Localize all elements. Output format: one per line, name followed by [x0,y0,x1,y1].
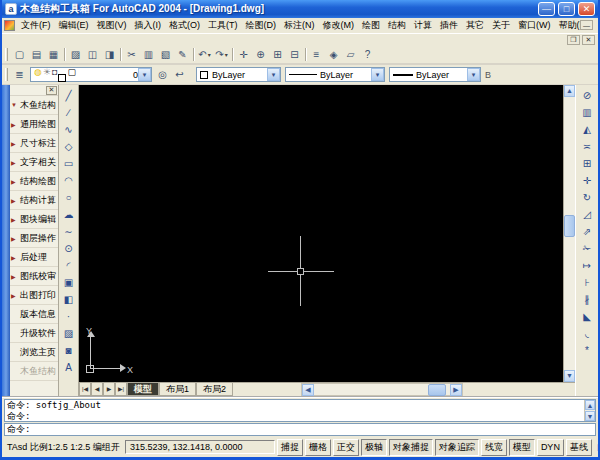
snap-toggle[interactable]: 捕捉 [277,439,303,456]
polygon-button[interactable]: ◇ [60,138,77,155]
make-block-button[interactable]: ◧ [60,291,77,308]
grid-toggle[interactable]: 栅格 [305,439,331,456]
properties-button[interactable]: ≡ ▾ [308,46,325,62]
polar-toggle[interactable]: 极轴 [361,439,387,456]
construction-line-button[interactable]: ∕ [60,104,77,121]
drawing-window-icon[interactable] [4,20,15,31]
otrack-toggle[interactable]: 对象追踪 [435,439,479,456]
sidebar-item-homepage[interactable]: 浏览主页 [10,343,58,362]
chamfer-button[interactable]: ◣ [579,308,596,325]
lineweight-combo-arrow[interactable]: ▾ [467,68,480,81]
break-button[interactable]: ∦ [579,291,596,308]
linetype-control-combobox[interactable]: ByLayer ▾ [285,67,385,82]
close-button[interactable]: ✕ [578,2,595,16]
revision-cloud-button[interactable]: ☁ [60,206,77,223]
menu-modify[interactable]: 修改(M) [319,18,359,33]
menu-tools[interactable]: 工具(T) [204,18,242,33]
move-button[interactable]: ✛ [579,172,596,189]
model-space-canvas[interactable]: Y X [79,85,563,382]
communication-center-icon[interactable]: ◫ [594,441,600,454]
copy-button[interactable]: ▥ ▾ [140,46,157,62]
vertical-scroll-thumb[interactable] [564,215,575,237]
layer-combobox[interactable]: ◍☀◘▣▢ 0 ▾ [30,67,152,82]
ellipse-arc-button[interactable]: ◜ [60,257,77,274]
extend-button[interactable]: ↦ [579,257,596,274]
sidebar-item-layer-ops[interactable]: ▶ 图层操作 [10,229,58,248]
sidebar-item-muyu-jiegou-footer[interactable]: 木鱼结构 [10,362,58,381]
rotate-button[interactable]: ↻ [579,189,596,206]
tab-nav-last[interactable]: ▶| [115,383,127,396]
menu-file[interactable]: 文件(F) [17,18,55,33]
cut-button[interactable]: ✂ ▾ [123,46,140,62]
command-scroll-down-button[interactable]: ▼ [585,411,595,421]
sidebar-item-general-drawing[interactable]: ▶ 通用绘图 [10,115,58,134]
sidebar-item-dimensioning[interactable]: ▶ 尺寸标注 [10,134,58,153]
mdi-minimize-button[interactable]: — [580,20,593,30]
linetype-combo-arrow[interactable]: ▾ [371,68,384,81]
ortho-toggle[interactable]: 正交 [333,439,359,456]
toolbar-grip[interactable] [5,68,8,81]
baseline-toggle[interactable]: 基线 [566,439,592,456]
zoom-window-button[interactable]: ⊞ ▾ [269,46,286,62]
menu-structure[interactable]: 结构 [384,18,410,33]
layer-manager-button[interactable]: ≣ [11,67,28,83]
sidebar-item-post-process[interactable]: ▶ 后处理 [10,248,58,267]
designcenter-button[interactable]: ◈ ▾ [325,46,342,62]
hatch-button[interactable]: ▨ [60,325,77,342]
match-properties-button[interactable]: ✎ ▾ [174,46,191,62]
horizontal-scroll-thumb[interactable] [428,384,446,396]
spline-button[interactable]: ∼ [60,223,77,240]
palette-drag-grip[interactable] [2,85,10,396]
copy-object-button[interactable]: ▥ [579,104,596,121]
application-icon[interactable]: a [5,3,17,15]
toolbar-grip[interactable] [5,48,8,61]
dropdown-arrow-icon[interactable]: ▾ [225,51,228,58]
mdi-close-button[interactable]: ✕ [582,35,595,45]
scale-button[interactable]: ◿ [579,206,596,223]
tab-model[interactable]: 模型 [127,383,159,396]
line-button[interactable]: ╱ [60,87,77,104]
osnap-toggle[interactable]: 对象捕捉 [389,439,433,456]
layer-plot-icon[interactable]: ▣ [58,74,66,82]
arc-button[interactable]: ◠ [60,172,77,189]
array-button[interactable]: ⊞ [579,155,596,172]
sidebar-item-version-info[interactable]: 版本信息 [10,305,58,324]
pan-button[interactable]: ✛ ▾ [235,46,252,62]
vertical-scrollbar[interactable]: ▲ ▼ [563,85,575,382]
command-history[interactable]: 命令: softjg_About命令: ▲ ▼ [4,399,596,422]
scroll-right-button[interactable]: ▶ [450,384,462,396]
menu-draw[interactable]: 绘图(D) [242,18,281,33]
undo-button[interactable]: ↶ ▾ [196,46,213,62]
layer-combo-arrow[interactable]: ▾ [138,68,151,81]
tab-layout2[interactable]: 布局2 [196,383,233,396]
layer-color-swatch[interactable]: ▢ [67,67,76,77]
menu-calc[interactable]: 计算 [410,18,436,33]
redo-button[interactable]: ↷ ▾ [213,46,230,62]
menu-plugin-draw[interactable]: 绘图 [358,18,384,33]
break-at-point-button[interactable]: ⊦ [579,274,596,291]
explode-button[interactable]: * [579,342,596,359]
command-scroll-up-button[interactable]: ▲ [585,400,595,410]
layer-on-bulb-icon[interactable]: ◍ [34,67,42,77]
tool-palettes-button[interactable]: ▱ ▾ [342,46,359,62]
color-combo-arrow[interactable]: ▾ [267,68,280,81]
mirror-button[interactable]: ◭ [579,121,596,138]
sidebar-item-block-edit[interactable]: ▶ 图块编辑 [10,210,58,229]
sidebar-item-upgrade[interactable]: 升级软件 [10,324,58,343]
help-button[interactable]: ? ▾ [359,46,376,62]
plot-button[interactable]: ▨ ▾ [67,46,84,62]
sidebar-item-drawing-review[interactable]: ▶ 图纸校审 [10,267,58,286]
save-button[interactable]: ▦ ▾ [45,46,62,62]
menu-format[interactable]: 格式(O) [165,18,204,33]
insert-block-button[interactable]: ▣ [60,274,77,291]
lineweight-control-combobox[interactable]: ByLayer ▾ [389,67,481,82]
open-button[interactable]: ▤ ▾ [28,46,45,62]
layer-freeze-sun-icon[interactable]: ☀ [43,67,51,77]
scroll-left-button[interactable]: ◀ [302,384,314,396]
tab-layout1[interactable]: 布局1 [159,383,196,396]
lineweight-toggle[interactable]: 线宽 [481,439,507,456]
model-toggle[interactable]: 模型 [509,439,535,456]
ellipse-button[interactable]: ⊙ [60,240,77,257]
publish-button[interactable]: ◨ ▾ [101,46,118,62]
offset-button[interactable]: ≍ [579,138,596,155]
